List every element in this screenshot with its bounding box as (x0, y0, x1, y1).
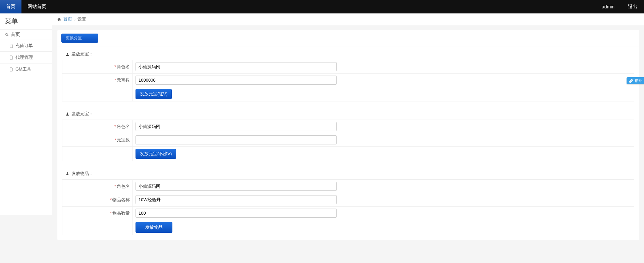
settings-panel: 更换分区 发放元宝： *角色名 *元宝数 (57, 30, 639, 240)
section-yuanbao-v-title: 发放元宝： (62, 46, 634, 60)
amount-input[interactable] (136, 135, 337, 144)
role-label: 角色名 (117, 124, 130, 129)
role-input[interactable] (136, 62, 337, 71)
topnav-right: admin 退出 (595, 0, 644, 13)
document-icon (9, 44, 13, 48)
home-icon (57, 17, 61, 21)
section-title-text: 发放元宝： (71, 51, 93, 57)
item-qty-label: 物品数量 (112, 211, 130, 216)
user-icon (65, 52, 69, 56)
document-icon (9, 55, 13, 60)
amount-label: 元宝数 (117, 78, 130, 83)
gear-icon (5, 33, 9, 37)
current-user[interactable]: admin (595, 0, 621, 13)
sidebar-heading: 菜单 (0, 13, 52, 29)
section-item-title: 发放物品： (62, 166, 634, 179)
sidebar-item-label: 充值订单 (15, 43, 33, 49)
logout-link[interactable]: 退出 (621, 0, 644, 13)
sidebar-item-agent-manage[interactable]: 代理管理 (0, 51, 52, 63)
item-name-label: 物品名称 (112, 197, 130, 202)
required-mark: * (114, 78, 116, 83)
breadcrumb: 首页 › 设置 (52, 13, 644, 25)
item-qty-input[interactable] (136, 209, 337, 218)
sidebar-root-home[interactable]: 首页 (0, 29, 52, 40)
item-name-input[interactable] (136, 195, 337, 204)
role-input[interactable] (136, 122, 337, 131)
svg-point-2 (67, 172, 68, 174)
submit-yuanbao-nov-button[interactable]: 发放元宝(不涨V) (136, 149, 176, 159)
float-widget-label: 拓扑 (635, 78, 642, 83)
breadcrumb-sep-icon: › (74, 17, 75, 22)
float-widget[interactable]: 拓扑 (627, 77, 644, 84)
section-title-text: 发放物品： (71, 171, 93, 177)
svg-point-0 (67, 53, 68, 54)
sidebar-item-recharge-orders[interactable]: 充值订单 (0, 40, 52, 51)
amount-input[interactable] (136, 76, 337, 85)
main: 首页 › 设置 更换分区 发放元宝： *角色名 *元宝数 (52, 13, 644, 245)
submit-yuanbao-v-button[interactable]: 发放元宝(涨V) (136, 89, 172, 99)
document-icon (9, 67, 13, 72)
required-mark: * (110, 211, 112, 216)
required-mark: * (114, 137, 116, 142)
role-label: 角色名 (117, 64, 130, 69)
submit-item-button[interactable]: 发放物品 (136, 222, 172, 233)
breadcrumb-home-link[interactable]: 首页 (63, 16, 72, 22)
sidebar-root-label: 首页 (11, 32, 20, 38)
link-icon (629, 79, 633, 83)
panel-header: 更换分区 (57, 30, 639, 46)
amount-label: 元宝数 (117, 137, 130, 142)
breadcrumb-current: 设置 (77, 16, 86, 22)
required-mark: * (114, 124, 116, 129)
change-zone-button[interactable]: 更换分区 (61, 34, 98, 43)
sidebar-item-label: GM工具 (15, 66, 31, 72)
yuanbao-nov-form: *角色名 *元宝数 发放元宝(不涨V) (62, 120, 634, 161)
topbar: 首页 网站首页 admin 退出 (0, 0, 644, 13)
section-title-text: 发放元宝： (71, 111, 93, 117)
sidebar: 菜单 首页 充值订单 代理管理 GM工具 (0, 13, 52, 215)
required-mark: * (114, 184, 116, 189)
yuanbao-v-form: *角色名 *元宝数 发放元宝(涨V) (62, 60, 634, 101)
required-mark: * (110, 197, 112, 202)
sidebar-item-label: 代理管理 (15, 54, 33, 60)
section-yuanbao-nov-title: 发放元宝： (62, 106, 634, 120)
topnav-left: 首页 网站首页 (0, 0, 52, 13)
user-icon (65, 172, 69, 176)
role-label: 角色名 (117, 184, 130, 189)
tab-site[interactable]: 网站首页 (21, 0, 52, 13)
user-icon (65, 112, 69, 116)
required-mark: * (114, 64, 116, 69)
svg-point-1 (67, 113, 68, 114)
sidebar-item-gm-tools[interactable]: GM工具 (0, 63, 52, 75)
tab-home[interactable]: 首页 (0, 0, 21, 13)
role-input[interactable] (136, 182, 337, 191)
item-form: *角色名 *物品名称 *物品数量 发放物品 (62, 179, 634, 235)
